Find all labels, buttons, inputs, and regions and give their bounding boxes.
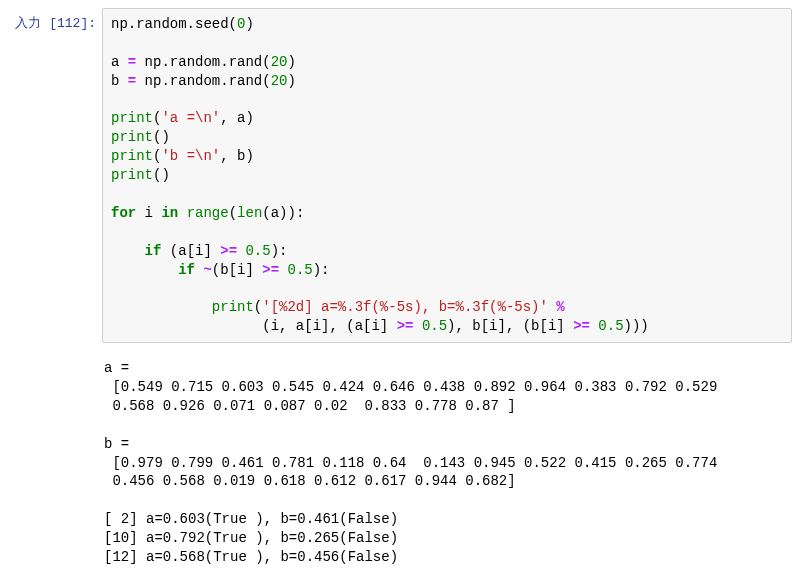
notebook-cell: 入力 [112]: np.random.seed(0) a = np.rando… xyxy=(8,8,792,343)
output-text: a = [0.549 0.715 0.603 0.545 0.424 0.646… xyxy=(96,353,725,567)
input-prompt: 入力 [112]: xyxy=(8,8,102,38)
code-input-area[interactable]: np.random.seed(0) a = np.random.rand(20)… xyxy=(102,8,792,343)
code-block: np.random.seed(0) a = np.random.rand(20)… xyxy=(111,15,783,336)
notebook-output-cell: a = [0.549 0.715 0.603 0.545 0.424 0.646… xyxy=(8,353,792,567)
